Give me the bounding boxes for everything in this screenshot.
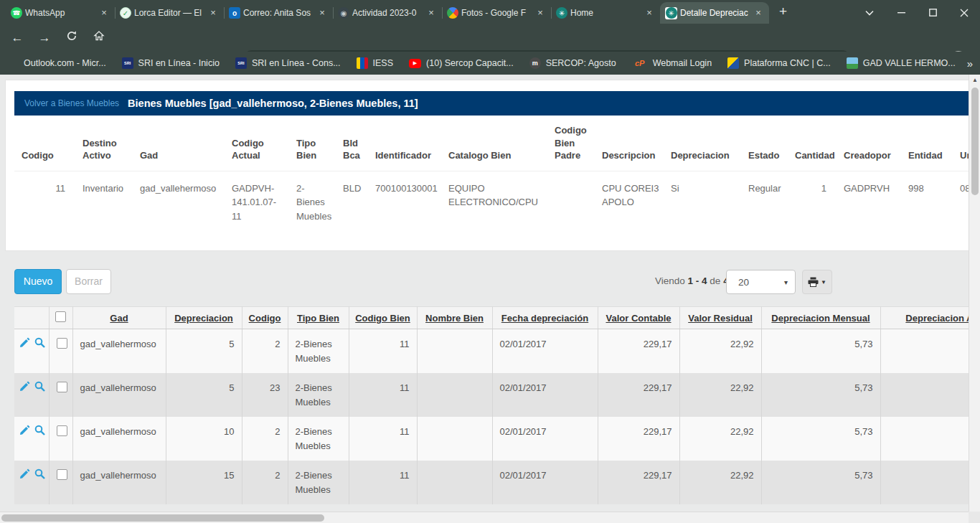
bookmark-sercop-agosto[interactable]: mSERCOP: Agosto: [529, 57, 616, 69]
maximize-button[interactable]: [917, 6, 948, 17]
cpanel-favicon-icon: cP: [632, 57, 648, 69]
home-button[interactable]: [90, 29, 108, 47]
sri-favicon-icon: SRI: [235, 57, 247, 69]
select-all-checkbox[interactable]: [55, 311, 66, 322]
bookmark-sri-en-l-nea-cons-[interactable]: SRISRI en Línea - Cons...: [235, 57, 341, 69]
bookmark-webmail-login[interactable]: cPWebmail Login: [632, 57, 712, 69]
close-window-button[interactable]: [948, 6, 980, 17]
back-button[interactable]: ←: [9, 29, 26, 47]
grid-cell: 02/01/2017: [492, 329, 598, 374]
sort-link[interactable]: Valor Residual: [688, 313, 753, 324]
bookmark-iess[interactable]: IESS: [357, 57, 394, 69]
tab-whatsapp[interactable]: ☎WhatsApp×: [6, 2, 115, 24]
grid-cell: 11: [349, 373, 417, 417]
select-caret-icon: ▾: [784, 278, 788, 286]
sort-link[interactable]: Tipo Bien: [297, 313, 339, 324]
grid-cell: gad_vallehermoso: [72, 329, 166, 374]
tab-lorca-editor-el[interactable]: ✓Lorca Editor — El×: [115, 2, 224, 24]
edit-pencil-icon[interactable]: [19, 468, 30, 479]
bookmark-label: Plataforma CNC | C...: [744, 58, 831, 68]
minimize-button[interactable]: [885, 6, 917, 17]
tab-fotos-google-f[interactable]: Fotos - Google F×: [442, 2, 551, 24]
view-magnifier-icon[interactable]: [34, 425, 45, 435]
horizontal-scrollbar-thumb[interactable]: [1, 514, 324, 522]
grid-cell: [417, 461, 492, 504]
master-cell: GADPRVH: [837, 171, 901, 229]
horizontal-scrollbar[interactable]: [0, 512, 969, 523]
master-column-header: Tipo Bien: [289, 118, 336, 171]
tab-detalle-depreciac[interactable]: ✳Detalle Depreciac×: [660, 2, 769, 24]
edit-pencil-icon[interactable]: [19, 425, 30, 435]
master-record-table: CodigoDestino ActivoGadCodigo ActualTipo…: [14, 118, 969, 229]
grid-cell: gad_vallehermoso: [72, 373, 166, 417]
tab-correo-anita-sos[interactable]: oCorreo: Anita Sos×: [224, 2, 333, 24]
forward-button[interactable]: →: [36, 29, 53, 47]
tab-close-icon[interactable]: ×: [644, 7, 655, 19]
edit-pencil-icon[interactable]: [19, 337, 30, 348]
scroll-up-icon[interactable]: ▲: [969, 77, 980, 83]
record-count-status: Viendo 1 - 4 de 4: [655, 275, 729, 286]
sort-link[interactable]: Codigo: [249, 313, 281, 324]
master-column-header: Gad: [133, 118, 225, 171]
grid-cell: 5,73: [761, 417, 880, 461]
row-checkbox[interactable]: [57, 338, 67, 349]
web-page: Volver a Bienes Muebles Bienes Muebles […: [0, 75, 969, 512]
bookmark--10-sercop-capacit-[interactable]: ▶(10) Sercop Capacit...: [409, 58, 514, 68]
grid-cell: [880, 329, 969, 374]
sort-link[interactable]: Nombre Bien: [425, 313, 484, 324]
view-magnifier-icon[interactable]: [34, 381, 45, 392]
tab-close-icon[interactable]: ×: [425, 7, 437, 19]
back-to-bienes-muebles-link[interactable]: Volver a Bienes Muebles: [24, 98, 119, 108]
tab-close-icon[interactable]: ×: [316, 7, 328, 19]
sort-link[interactable]: Fecha depreciación: [501, 313, 588, 324]
edit-pencil-icon[interactable]: [19, 381, 30, 392]
row-checkbox[interactable]: [57, 382, 67, 392]
new-tab-button[interactable]: +: [779, 4, 787, 19]
sort-link[interactable]: Codigo Bien: [355, 313, 410, 324]
bookmark-label: SRI en Línea - Cons...: [252, 58, 341, 68]
tab-home[interactable]: ✳Home×: [551, 2, 660, 24]
print-caret-icon: ▼: [821, 279, 826, 286]
bookmark-sri-en-l-nea-inicio[interactable]: SRISRI en Línea - Inicio: [122, 57, 220, 69]
bookmark-outlook-com-micr-[interactable]: Outlook.com - Micr...: [7, 57, 106, 69]
vertical-scrollbar-thumb[interactable]: [971, 88, 979, 195]
view-magnifier-icon[interactable]: [34, 468, 45, 479]
master-cell: CPU COREI3 APOLO: [595, 171, 664, 229]
tab-close-icon[interactable]: ×: [753, 7, 764, 19]
sort-link[interactable]: Valor Contable: [606, 313, 671, 324]
view-magnifier-icon[interactable]: [34, 337, 45, 348]
grid-column-header: Tipo Bien: [288, 307, 349, 329]
bookmark-label: SRI en Línea - Inicio: [138, 58, 220, 68]
tab-close-icon[interactable]: ×: [207, 7, 219, 19]
sort-link[interactable]: Depreciacion Acu: [905, 313, 969, 324]
page-size-select[interactable]: 20 ▾: [726, 270, 796, 294]
master-column-header: Creadopor: [837, 118, 901, 171]
depreciation-grid: GadDepreciacionCodigoTipo BienCodigo Bie…: [14, 306, 969, 504]
sort-link[interactable]: Depreciacion: [174, 313, 233, 324]
bookmark-gad-valle-hermo-[interactable]: GAD VALLE HERMO...: [847, 57, 956, 69]
sort-link[interactable]: Depreciacion Mensual: [771, 313, 870, 324]
nuevo-button[interactable]: Nuevo: [14, 269, 62, 294]
bookmark-plataforma-cnc-c-[interactable]: Plataforma CNC | C...: [727, 57, 831, 69]
vertical-scrollbar[interactable]: ▲: [969, 75, 980, 512]
row-checkbox[interactable]: [57, 425, 67, 436]
row-checkbox[interactable]: [57, 469, 67, 480]
reload-button[interactable]: [63, 29, 80, 47]
grid-cell: 11: [349, 417, 417, 461]
tab-close-icon[interactable]: ×: [98, 7, 110, 19]
bookmarks-overflow-icon[interactable]: »: [967, 57, 973, 70]
grid-cell: 5: [166, 329, 242, 374]
sri-favicon-icon: SRI: [122, 57, 133, 69]
grid-cell: 229,17: [598, 461, 679, 504]
grid-column-header: Depreciacion: [166, 307, 242, 329]
sort-link[interactable]: Gad: [110, 313, 128, 324]
whatsapp-favicon-icon: ☎: [11, 7, 22, 19]
tab-close-icon[interactable]: ×: [534, 7, 546, 19]
tab-actividad-2023-0[interactable]: ◉Actividad 2023-0×: [333, 2, 442, 24]
borrar-button[interactable]: Borrar: [66, 269, 111, 294]
master-column-header: Codigo Bien Padre: [547, 118, 595, 171]
print-dropdown-button[interactable]: ▼: [802, 270, 832, 294]
bookmarks-bar: Outlook.com - Micr...SRISRI en Línea - I…: [0, 52, 980, 75]
master-cell: 2-Bienes Muebles: [289, 171, 336, 229]
tab-search-chevron-icon[interactable]: [854, 6, 885, 17]
